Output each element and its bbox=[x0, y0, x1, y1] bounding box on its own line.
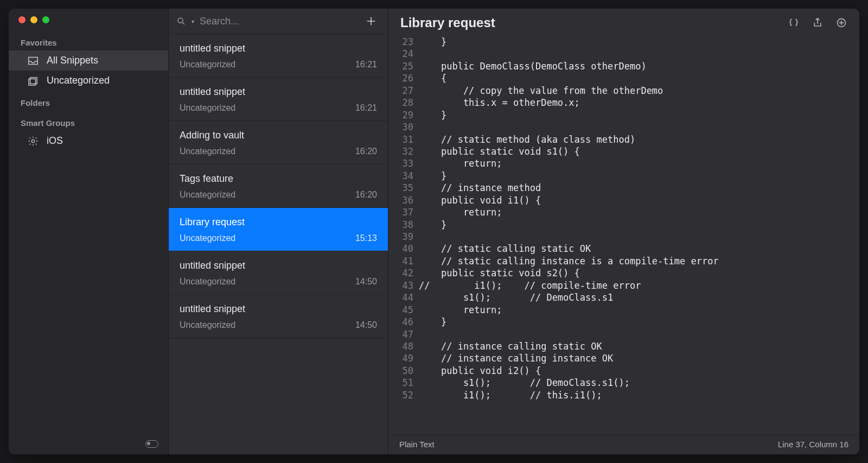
snippet-item-category: Uncategorized bbox=[180, 60, 235, 69]
code-line[interactable]: // i1(); // compile-time error bbox=[419, 280, 719, 291]
code-line[interactable]: // static calling instance is a compile-… bbox=[419, 255, 719, 267]
minimize-window-button[interactable] bbox=[30, 16, 37, 23]
snippet-item[interactable]: Tags featureUncategorized16:20 bbox=[169, 164, 388, 208]
line-number: 31 bbox=[398, 134, 413, 145]
svg-point-3 bbox=[178, 18, 183, 23]
code-editor[interactable]: 2324252627282930313233343536373839404142… bbox=[388, 36, 859, 435]
code-line[interactable]: // copy the value from the otherDemo bbox=[419, 85, 719, 97]
code-line[interactable]: } bbox=[419, 36, 719, 48]
language-mode[interactable]: Plain Text bbox=[399, 440, 435, 449]
sidebar-item-ios[interactable]: iOS bbox=[9, 131, 168, 151]
code-line[interactable]: // static method (aka class method) bbox=[419, 134, 719, 145]
line-number: 35 bbox=[398, 182, 413, 194]
code-line[interactable]: return; bbox=[419, 304, 719, 316]
snippet-item[interactable]: untitled snippetUncategorized16:21 bbox=[169, 78, 388, 121]
snippet-item-time: 16:21 bbox=[355, 60, 377, 69]
code-line[interactable] bbox=[419, 48, 719, 60]
code-line[interactable]: } bbox=[419, 109, 719, 121]
code-line[interactable]: { bbox=[419, 72, 719, 84]
line-number: 25 bbox=[398, 60, 413, 72]
snippet-item-category: Uncategorized bbox=[180, 277, 235, 287]
code-line[interactable]: // instance calling instance OK bbox=[419, 352, 719, 364]
line-number: 42 bbox=[398, 267, 413, 279]
close-window-button[interactable] bbox=[18, 16, 25, 23]
code-line[interactable]: public static void s2() { bbox=[419, 267, 719, 279]
search-input[interactable] bbox=[200, 16, 359, 27]
status-bar: Plain Text Line 37, Column 16 bbox=[388, 435, 859, 454]
code-line[interactable]: public static void s1() { bbox=[419, 145, 719, 157]
braces-icon[interactable] bbox=[788, 17, 800, 29]
code-line[interactable] bbox=[419, 328, 719, 340]
line-number: 34 bbox=[398, 170, 413, 182]
code-line[interactable] bbox=[419, 121, 719, 133]
editor-column: Library request bbox=[388, 9, 859, 454]
zoom-window-button[interactable] bbox=[42, 16, 49, 23]
line-number: 48 bbox=[398, 340, 413, 352]
sidebar-item-label: iOS bbox=[47, 135, 63, 147]
code-line[interactable]: this.x = otherDemo.x; bbox=[419, 97, 719, 109]
code-line[interactable]: public void i2() { bbox=[419, 365, 719, 377]
snippet-item-time: 16:20 bbox=[355, 147, 377, 156]
tray-icon bbox=[27, 55, 39, 66]
snippet-item[interactable]: Library requestUncategorized15:13 bbox=[169, 208, 388, 251]
line-number: 51 bbox=[398, 377, 413, 389]
code-line[interactable]: } bbox=[419, 170, 719, 182]
snippet-item-title: Adding to vault bbox=[180, 130, 377, 141]
snippet-item-time: 15:13 bbox=[355, 233, 377, 243]
line-number: 24 bbox=[398, 48, 413, 60]
snippet-title[interactable]: Library request bbox=[400, 15, 495, 30]
add-snippet-button[interactable] bbox=[364, 14, 378, 28]
code-line[interactable]: public void i1() { bbox=[419, 194, 719, 206]
code-line[interactable]: s1(); // DemoClass.s1 bbox=[419, 291, 719, 303]
line-number: 40 bbox=[398, 243, 413, 255]
code-line[interactable] bbox=[419, 231, 719, 243]
line-number: 23 bbox=[398, 36, 413, 48]
code-line[interactable]: return; bbox=[419, 206, 719, 218]
sidebar-footer bbox=[9, 435, 168, 454]
sidebar-item-uncategorized[interactable]: Uncategorized bbox=[9, 71, 168, 91]
line-number: 33 bbox=[398, 157, 413, 169]
snippet-item[interactable]: untitled snippetUncategorized14:50 bbox=[169, 251, 388, 295]
snippet-item-category: Uncategorized bbox=[180, 320, 235, 330]
snippet-item-category: Uncategorized bbox=[180, 190, 235, 200]
gear-icon bbox=[27, 136, 39, 147]
code-line[interactable]: // static calling static OK bbox=[419, 243, 719, 255]
chevron-down-icon[interactable]: ▾ bbox=[192, 18, 194, 24]
code-line[interactable]: } bbox=[419, 316, 719, 328]
line-number: 52 bbox=[398, 389, 413, 401]
code-line[interactable]: return; bbox=[419, 157, 719, 169]
sidebar-item-label: Uncategorized bbox=[47, 75, 110, 86]
line-number: 43 bbox=[398, 280, 413, 291]
sidebar: Favorites All Snippets Uncategorized Fol… bbox=[9, 9, 169, 454]
window-controls bbox=[9, 9, 168, 30]
code-line[interactable]: public DemoClass(DemoClass otherDemo) bbox=[419, 60, 719, 72]
line-number: 38 bbox=[398, 219, 413, 231]
line-number: 26 bbox=[398, 72, 413, 84]
line-number: 37 bbox=[398, 206, 413, 218]
code-line[interactable]: // instance calling static OK bbox=[419, 340, 719, 352]
code-line[interactable]: // instance method bbox=[419, 182, 719, 194]
sidebar-item-all-snippets[interactable]: All Snippets bbox=[9, 50, 168, 71]
smartgroups-section-label: Smart Groups bbox=[9, 111, 168, 131]
code-line[interactable]: i1(); // this.i1(); bbox=[419, 389, 719, 401]
plus-circle-icon[interactable] bbox=[835, 17, 847, 29]
code-line[interactable]: s1(); // DemoClass.s1(); bbox=[419, 377, 719, 389]
snippet-item[interactable]: Adding to vaultUncategorized16:20 bbox=[169, 121, 388, 164]
search-icon bbox=[176, 16, 186, 26]
snippet-item-time: 16:21 bbox=[355, 103, 377, 113]
line-number: 45 bbox=[398, 304, 413, 316]
snippet-item[interactable]: untitled snippetUncategorized14:50 bbox=[169, 295, 388, 338]
svg-point-2 bbox=[31, 139, 34, 142]
sidebar-toggle[interactable] bbox=[145, 440, 158, 448]
line-number: 30 bbox=[398, 121, 413, 133]
snippet-item-title: Tags feature bbox=[180, 173, 377, 185]
line-number: 49 bbox=[398, 352, 413, 364]
line-number: 36 bbox=[398, 194, 413, 206]
line-number: 44 bbox=[398, 291, 413, 303]
snippet-item-time: 16:20 bbox=[355, 190, 377, 200]
snippet-list[interactable]: untitled snippetUncategorized16:21untitl… bbox=[169, 34, 388, 454]
share-icon[interactable] bbox=[812, 17, 824, 29]
snippet-item[interactable]: untitled snippetUncategorized16:21 bbox=[169, 34, 388, 78]
code-line[interactable]: } bbox=[419, 219, 719, 231]
snippet-item-title: untitled snippet bbox=[180, 303, 377, 315]
